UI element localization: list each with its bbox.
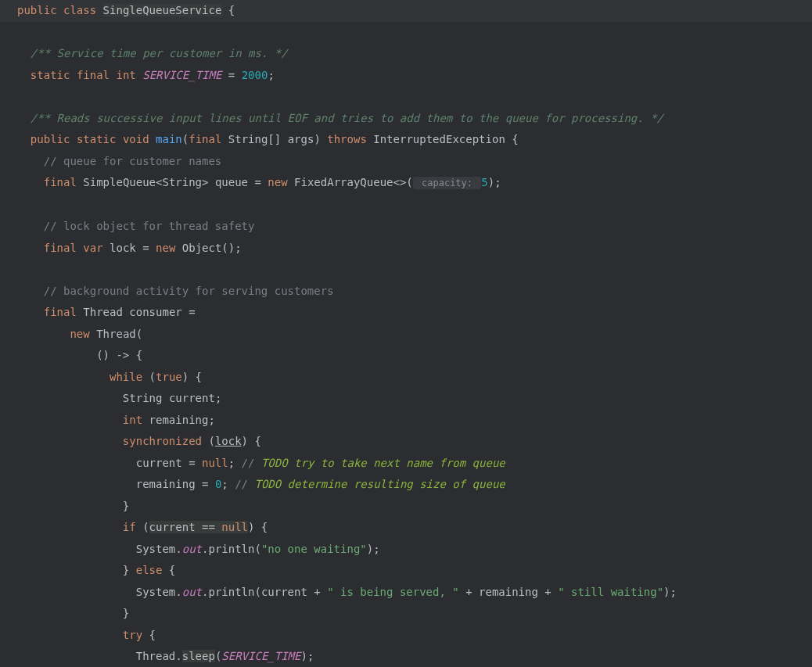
code-line[interactable]: } — [0, 496, 812, 518]
doc-comment: /** Reads successive input lines until E… — [31, 112, 663, 124]
var-current: current — [169, 392, 215, 404]
stmt-end: ); — [663, 586, 677, 598]
keyword-null: null — [221, 521, 248, 533]
code-line[interactable]: final var lock = new Object(); — [0, 238, 812, 260]
type-string: String — [123, 392, 169, 404]
todo-comment: TODO determine resulting size of queue — [254, 478, 505, 490]
code-line[interactable]: Thread.sleep(SERVICE_TIME); — [0, 646, 812, 667]
stmt-end: ); — [488, 176, 501, 188]
string-literal: " is being served, " — [327, 586, 459, 598]
keyword-int: int — [123, 414, 142, 426]
sleep-method: sleep — [182, 650, 215, 662]
keyword-final: final — [44, 306, 77, 318]
lambda: () -> { — [96, 349, 142, 361]
brace-open: { — [162, 564, 175, 576]
comment-slash: // — [235, 478, 254, 490]
keyword-class: class — [63, 4, 96, 16]
keyword-throws: throws — [327, 133, 367, 145]
keyword-final: final — [189, 133, 221, 145]
code-line[interactable]: // background activity for serving custo… — [0, 281, 812, 303]
code-line[interactable]: static final int SERVICE_TIME = 2000; — [0, 65, 812, 87]
keyword-if: if — [123, 521, 136, 533]
keyword-while: while — [110, 371, 142, 383]
assign-remaining: remaining = — [136, 478, 215, 490]
keyword-public: public — [31, 133, 70, 145]
code-line[interactable]: () -> { — [0, 345, 812, 367]
highlighted-expr: current == null — [149, 521, 248, 533]
paren-close: ) — [314, 133, 327, 145]
paren-close-brace: ) { — [248, 521, 268, 533]
system-ref: System. — [136, 586, 182, 598]
code-line[interactable]: System.out.println(current + " is being … — [0, 582, 812, 604]
paren-close-brace: ) { — [242, 435, 261, 447]
code-line-blank[interactable] — [0, 22, 812, 44]
number-literal: 5 — [481, 176, 487, 188]
code-line-blank[interactable] — [0, 195, 812, 217]
op-eq: = — [248, 176, 268, 188]
code-line[interactable]: final Thread consumer = — [0, 302, 812, 324]
code-line[interactable]: /** Reads successive input lines until E… — [0, 108, 812, 130]
code-line[interactable]: current = null; // TODO try to take next… — [0, 453, 812, 475]
keyword-static: static — [31, 69, 70, 81]
keyword-public: public — [17, 4, 57, 16]
code-line[interactable]: try { — [0, 625, 812, 647]
code-line[interactable]: // queue for customer names — [0, 151, 812, 173]
code-editor[interactable]: public class SingleQueueService { /** Se… — [0, 0, 812, 667]
keyword-else: else — [136, 564, 163, 576]
assign-current: current = — [136, 457, 202, 469]
brace: { — [221, 4, 235, 16]
code-line[interactable]: int remaining; — [0, 410, 812, 432]
paren-close-brace: ) { — [182, 371, 202, 383]
line-comment: // background activity for serving custo… — [44, 285, 334, 297]
class-name: SingleQueueService — [103, 4, 222, 16]
code-line[interactable]: final SimpleQueue<String> queue = new Fi… — [0, 172, 812, 195]
brace-close: } — [123, 564, 136, 576]
out-field: out — [182, 586, 202, 598]
brace-close: } — [123, 500, 129, 512]
var-queue: queue — [215, 176, 248, 188]
keyword-int: int — [116, 69, 135, 81]
code-line[interactable]: synchronized (lock) { — [0, 431, 812, 453]
line-comment: // queue for customer names — [44, 155, 222, 167]
brace: { — [512, 133, 518, 145]
keyword-new: new — [70, 328, 89, 340]
keyword-final: final — [77, 69, 110, 81]
code-line[interactable]: } — [0, 603, 812, 625]
code-line[interactable]: public class SingleQueueService { — [0, 0, 812, 22]
code-line[interactable]: if (current == null) { — [0, 517, 812, 539]
stmt-end: ); — [300, 650, 314, 662]
code-line[interactable]: public static void main(final String[] a… — [0, 129, 812, 151]
code-line[interactable]: remaining = 0; // TODO determine resulti… — [0, 474, 812, 496]
comment-slash: // — [242, 457, 261, 469]
code-line-blank[interactable] — [0, 86, 812, 108]
keyword-new: new — [156, 242, 175, 254]
code-line[interactable]: new Thread( — [0, 324, 812, 346]
code-line[interactable]: String current; — [0, 388, 812, 410]
code-line[interactable]: while (true) { — [0, 367, 812, 389]
paren-open: ( — [142, 371, 156, 383]
ctor-object: Object() — [175, 242, 235, 254]
keyword-null: null — [202, 457, 228, 469]
code-line-blank[interactable] — [0, 259, 812, 281]
todo-comment: TODO try to take next name from queue — [261, 457, 505, 469]
brace-close: } — [123, 607, 129, 619]
var-lock-decl: lock = — [103, 242, 156, 254]
code-line[interactable]: // lock object for thread safety — [0, 216, 812, 238]
var-lock-ref: lock — [215, 435, 242, 447]
code-line[interactable]: /** Service time per customer in ms. */ — [0, 43, 812, 65]
keyword-void: void — [123, 133, 149, 145]
static-field: SERVICE_TIME — [142, 69, 221, 81]
code-line[interactable]: } else { — [0, 560, 812, 582]
semicolon: ; — [228, 457, 242, 469]
semicolon: ; — [221, 478, 235, 490]
static-field-ref: SERVICE_TIME — [221, 650, 300, 662]
string-literal: "no one waiting" — [261, 543, 367, 555]
keyword-new: new — [268, 176, 287, 188]
keyword-static: static — [77, 133, 117, 145]
keyword-final: final — [44, 242, 77, 254]
param-args: args — [288, 133, 314, 145]
code-line[interactable]: System.out.println("no one waiting"); — [0, 539, 812, 561]
paren-open: ( — [202, 435, 215, 447]
line-comment: // lock object for thread safety — [44, 220, 255, 232]
type-queue: SimpleQueue<String> — [77, 176, 215, 188]
